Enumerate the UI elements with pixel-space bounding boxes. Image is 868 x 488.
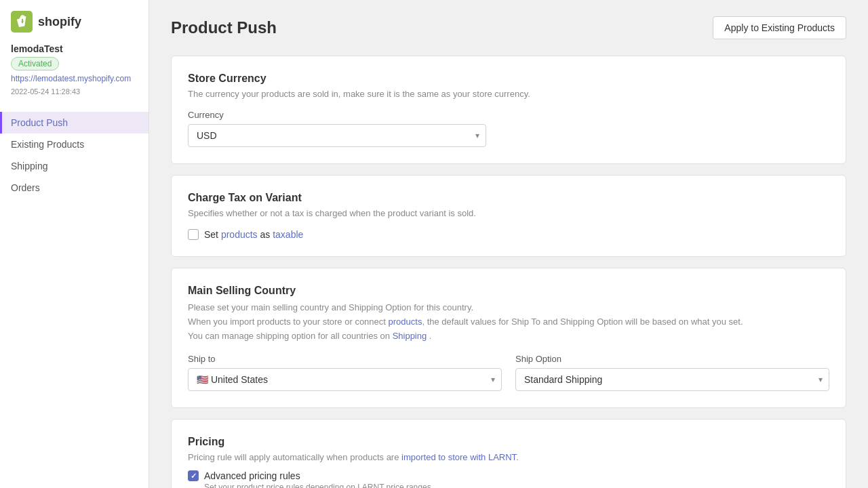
- sidebar-item-orders[interactable]: Orders: [0, 177, 149, 199]
- ship-to-select[interactable]: 🇺🇸 United States 🇬🇧 United Kingdom 🇨🇦 Ca…: [188, 368, 502, 391]
- ship-option-label: Ship Option: [515, 354, 829, 364]
- advanced-pricing-label: Advanced pricing rules: [204, 470, 433, 481]
- pricing-checkbox-content: Advanced pricing rules Set your product …: [204, 470, 433, 488]
- desc-line3-suffix: .: [427, 331, 431, 341]
- desc-line2-prefix: When you import products to your store o…: [188, 317, 389, 327]
- charge-tax-title: Charge Tax on Variant: [188, 192, 829, 204]
- ship-to-label: Ship to: [188, 354, 502, 364]
- desc-line2-suffix: , the default values for Ship To and Shi…: [422, 317, 743, 327]
- sidebar-nav: Product Push Existing Products Shipping …: [0, 112, 149, 199]
- desc-line1: Please set your main selling country and…: [188, 302, 473, 312]
- store-currency-card: Store Currency The currency your product…: [171, 56, 846, 164]
- ship-option-select-wrapper: Standard Shipping Express Shipping Econo…: [515, 368, 829, 391]
- products-link[interactable]: products: [221, 229, 258, 240]
- charge-tax-card: Charge Tax on Variant Specifies whether …: [171, 175, 846, 257]
- shipping-link[interactable]: Shipping: [393, 331, 427, 341]
- svg-rect-0: [11, 11, 33, 33]
- pricing-title: Pricing: [188, 436, 829, 448]
- charge-tax-subtitle: Specifies whether or not a tax is charge…: [188, 208, 829, 218]
- sidebar: shopify lemodaTest Activated https://lem…: [0, 0, 149, 488]
- store-name: lemodaTest: [11, 43, 138, 54]
- advanced-pricing-sub: Set your product price rules depending o…: [204, 483, 433, 488]
- store-currency-subtitle: The currency your products are sold in, …: [188, 89, 829, 99]
- main-selling-country-card: Main Selling Country Please set your mai…: [171, 268, 846, 408]
- advanced-pricing-checkbox[interactable]: [188, 470, 199, 481]
- page-title: Product Push: [171, 18, 277, 37]
- sidebar-item-shipping[interactable]: Shipping: [0, 155, 149, 177]
- main-selling-country-desc: Please set your main selling country and…: [188, 301, 829, 343]
- status-badge: Activated: [11, 57, 59, 70]
- store-currency-title: Store Currency: [188, 73, 829, 85]
- sidebar-header: shopify: [0, 11, 149, 43]
- main-selling-country-title: Main Selling Country: [188, 285, 829, 297]
- products-link-2[interactable]: products: [389, 317, 422, 327]
- pricing-desc-prefix: Pricing rule will apply automatically wh…: [188, 452, 401, 462]
- store-link[interactable]: https://lemodatest.myshopify.com: [11, 73, 138, 85]
- store-date: 2022-05-24 11:28:43: [11, 87, 138, 96]
- ship-option-field: Ship Option Standard Shipping Express Sh…: [515, 354, 829, 391]
- pricing-desc-suffix: .: [516, 452, 519, 462]
- sidebar-item-existing-products[interactable]: Existing Products: [0, 134, 149, 155]
- brand-name: shopify: [38, 15, 81, 29]
- charge-tax-checkbox[interactable]: [188, 229, 199, 240]
- desc-line3-prefix: You can manage shipping option for all c…: [188, 331, 393, 341]
- pricing-card: Pricing Pricing rule will apply automati…: [171, 419, 846, 488]
- currency-label: Currency: [188, 110, 829, 120]
- main-content: Product Push Apply to Existing Products …: [149, 0, 868, 488]
- country-options-grid: Ship to 🇺🇸 United States 🇬🇧 United Kingd…: [188, 354, 829, 391]
- ship-to-select-wrapper: 🇺🇸 United States 🇬🇧 United Kingdom 🇨🇦 Ca…: [188, 368, 502, 391]
- pricing-import-link[interactable]: imported to store with LARNT: [401, 452, 516, 462]
- currency-select[interactable]: USD EUR GBP CAD AUD: [188, 124, 486, 147]
- sidebar-item-product-push[interactable]: Product Push: [0, 112, 149, 134]
- charge-tax-label: Set products as taxable: [204, 229, 303, 240]
- taxable-link[interactable]: taxable: [273, 229, 303, 240]
- shopify-logo-icon: [11, 11, 33, 33]
- ship-to-field: Ship to 🇺🇸 United States 🇬🇧 United Kingd…: [188, 354, 502, 391]
- pricing-checkbox-row: Advanced pricing rules Set your product …: [188, 470, 829, 488]
- apply-existing-products-button[interactable]: Apply to Existing Products: [713, 16, 846, 39]
- charge-tax-checkbox-row: Set products as taxable: [188, 229, 829, 240]
- store-info: lemodaTest Activated https://lemodatest.…: [0, 43, 149, 106]
- currency-select-wrapper: USD EUR GBP CAD AUD ▾: [188, 124, 486, 147]
- ship-option-select[interactable]: Standard Shipping Express Shipping Econo…: [515, 368, 829, 391]
- pricing-subtitle: Pricing rule will apply automatically wh…: [188, 452, 829, 462]
- page-header: Product Push Apply to Existing Products: [171, 16, 846, 39]
